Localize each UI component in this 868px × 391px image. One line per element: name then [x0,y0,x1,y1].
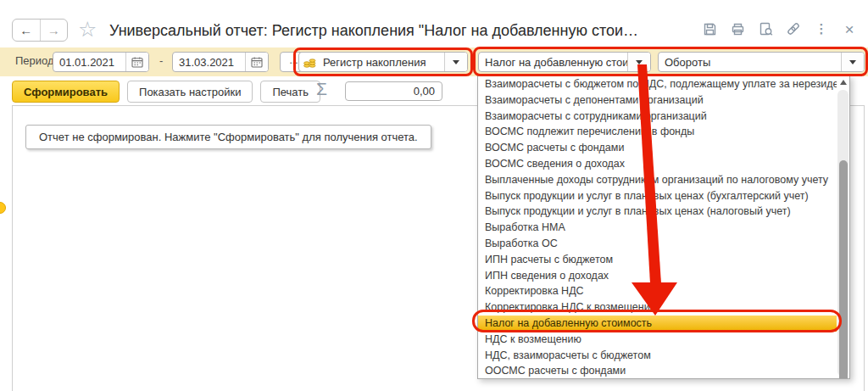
list-item[interactable]: Корректировка НДС к возмещению [478,299,837,316]
register-type-combobox[interactable]: Регистр накопления [298,52,468,72]
page-title: Универсальный отчет: Регистр накопления … [109,22,638,40]
view-dropdown-button[interactable] [841,53,864,71]
list-item[interactable]: Выплаченные доходы сотрудникам организац… [478,172,837,188]
period-from-value[interactable]: 01.01.2021 [53,56,125,69]
list-item[interactable]: ВОСМС сведения о доходах [478,156,837,172]
list-item[interactable]: НДС, взаиморасчеты с бюджетом [478,348,837,364]
list-item[interactable]: Взаиморасчеты с бюджетом по НДС, подлежа… [478,76,837,92]
nav-buttons: ← → [12,19,68,42]
generate-button[interactable]: Сформировать [12,81,120,103]
list-item[interactable]: Корректировка НДС [478,283,837,299]
sum-field[interactable]: 0,00 [345,81,442,101]
list-item[interactable]: Взаиморасчеты с депонентами организаций [478,92,837,109]
dropdown-items: Взаиморасчеты с бюджетом по НДС, подлежа… [478,76,849,379]
register-type-value: Регистр накопления [317,56,444,69]
period-separator: - [159,54,163,67]
calendar-icon[interactable] [245,53,268,71]
more-menu-icon[interactable]: ⋮ [813,20,830,37]
report-actions: Сформировать Показать настройки Печать [12,81,320,103]
report-empty-message: Отчет не сформирован. Нажмите "Сформиров… [25,125,431,149]
back-arrow-icon[interactable]: ← [13,20,41,41]
favorite-star-icon[interactable]: ☆ [78,17,97,42]
list-item[interactable]: ИПН расчеты с бюджетом [478,252,837,268]
link-icon[interactable] [785,20,802,37]
print-preview-icon[interactable] [757,20,774,37]
list-item[interactable]: ВОСМС расчеты с фондами [478,140,837,156]
calendar-icon[interactable] [125,53,148,71]
list-item[interactable]: ООСМС расчеты с фондами [478,363,837,379]
show-settings-button[interactable]: Показать настройки [127,81,253,103]
scrollbar[interactable] [837,90,849,377]
save-icon[interactable] [701,20,718,37]
universal-report-window: ← → ☆ Универсальный отчет: Регистр накоп… [0,0,868,391]
register-dropdown-button[interactable] [627,53,650,71]
print-icon[interactable] [729,20,746,37]
accumulation-register-icon [303,56,317,69]
list-item[interactable]: Выпуск продукции и услуг в плановых цена… [478,204,837,220]
view-combobox[interactable]: Обороты [658,52,865,72]
list-item[interactable]: НДС к возмещению [478,332,837,348]
list-item[interactable]: Выработка НМА [478,220,837,236]
register-dropdown-list: Взаиморасчеты с бюджетом по НДС, подлежа… [477,75,850,379]
close-icon[interactable]: × [841,20,858,37]
list-item[interactable]: ВОСМС подлежит перечислению в фонды [478,124,837,140]
register-type-dropdown-button[interactable] [444,53,467,71]
chevron-down-icon [636,60,643,64]
period-to-value[interactable]: 31.03.2021 [173,56,245,69]
scrollbar-thumb[interactable] [839,160,848,379]
sigma-icon: Σ [316,79,327,99]
list-item[interactable]: Выработка ОС [478,236,837,252]
side-marker-icon[interactable] [0,202,6,214]
period-from-field[interactable]: 01.01.2021 [53,52,149,72]
title-actions: ⋮ × [701,20,858,37]
period-to-field[interactable]: 31.03.2021 [172,52,269,72]
list-item[interactable]: ИПН сведения о доходах [478,268,837,284]
chevron-down-icon [849,60,856,64]
forward-arrow-icon[interactable]: → [41,20,68,41]
scroll-up-icon[interactable] [840,80,847,85]
chevron-down-icon [453,60,459,64]
view-value: Обороты [659,56,841,69]
list-item[interactable]: Налог на добавленную стоимость [478,316,837,332]
list-item[interactable]: Взаиморасчеты с сотрудниками организаций [478,109,837,125]
list-item[interactable]: Выпуск продукции и услуг в плановых цена… [478,188,837,204]
period-label: Период: [15,54,57,67]
register-value: Налог на добавленную стоимость [479,56,627,69]
register-combobox[interactable]: Налог на добавленную стоимость [478,52,651,72]
print-button[interactable]: Печать [260,81,320,103]
